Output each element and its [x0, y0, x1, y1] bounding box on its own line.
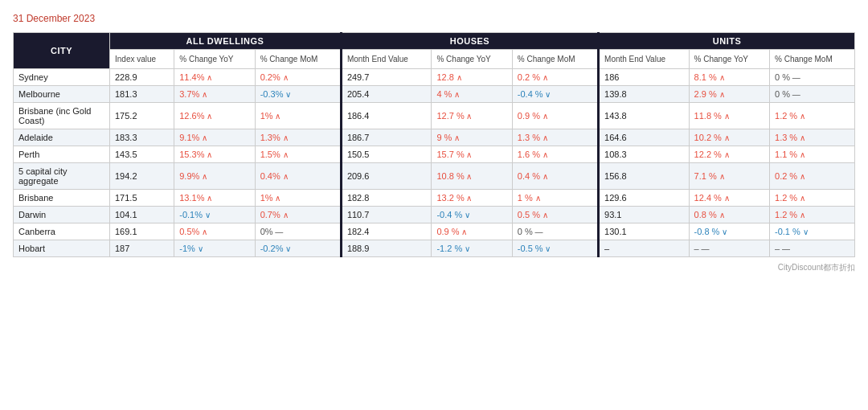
h-month-end-value: 209.6	[341, 163, 432, 190]
all-mom-value: 1.5% ∧	[255, 146, 341, 163]
all-mom-value: 0.7% ∧	[255, 207, 341, 223]
h-mom-subheader: % Change MoM	[512, 50, 598, 69]
h-mom-value: 0.2 % ∧	[512, 69, 598, 86]
u-mom-subheader: % Change MoM	[770, 50, 855, 69]
city-name: Brisbane (inc Gold Coast)	[14, 103, 110, 129]
all-yoy-value: 12.6% ∧	[174, 103, 255, 129]
u-mom-value: 1.3 % ∧	[770, 129, 855, 146]
u-mom-value: 1.2 % ∧	[770, 190, 855, 207]
h-yoy-value: -0.4 % ∨	[432, 207, 512, 223]
units-header: UNITS	[599, 33, 855, 50]
u-month-end-value: 130.1	[599, 223, 690, 240]
h-yoy-value: 10.8 % ∧	[432, 163, 512, 190]
u-mom-value: 1.2 % ∧	[770, 103, 855, 129]
table-row: Melbourne 181.3 3.7% ∧ -0.3% ∨ 205.4 4 %…	[14, 86, 855, 103]
all-index-subheader: Index value	[110, 50, 174, 69]
h-month-end-value: 150.5	[341, 146, 432, 163]
h-month-end-value: 188.9	[341, 240, 432, 257]
u-yoy-value: 12.2 % ∧	[689, 146, 769, 163]
table-row: Brisbane (inc Gold Coast) 175.2 12.6% ∧ …	[14, 103, 855, 129]
all-mom-value: 1.3% ∧	[255, 129, 341, 146]
city-name: Melbourne	[14, 86, 110, 103]
table-row: Perth 143.5 15.3% ∧ 1.5% ∧ 150.5 15.7 % …	[14, 146, 855, 163]
all-yoy-value: 0.5% ∧	[174, 223, 255, 240]
table-row: Brisbane 171.5 13.1% ∧ 1% ∧ 182.8 13.2 %…	[14, 190, 855, 207]
all-mom-value: 0.4% ∧	[255, 163, 341, 190]
all-yoy-value: 13.1% ∧	[174, 190, 255, 207]
city-name: 5 capital city aggregate	[14, 163, 110, 190]
h-yoy-value: 13.2 % ∧	[432, 190, 512, 207]
all-yoy-value: 9.1% ∧	[174, 129, 255, 146]
all-index-value: 183.3	[110, 129, 174, 146]
city-header: CITY	[14, 33, 110, 69]
u-mom-value: – —	[770, 240, 855, 257]
u-mom-value: 1.1 % ∧	[770, 146, 855, 163]
h-mom-value: 1 % ∧	[512, 190, 598, 207]
h-yoy-value: 0.9 % ∧	[432, 223, 512, 240]
table-row: Canberra 169.1 0.5% ∧ 0% — 182.4 0.9 % ∧…	[14, 223, 855, 240]
h-mom-value: 0 % —	[512, 223, 598, 240]
all-index-value: 181.3	[110, 86, 174, 103]
h-mom-value: -0.5 % ∨	[512, 240, 598, 257]
all-index-value: 175.2	[110, 103, 174, 129]
h-yoy-value: 15.7 % ∧	[432, 146, 512, 163]
h-yoy-value: -1.2 % ∨	[432, 240, 512, 257]
city-name: Sydney	[14, 69, 110, 86]
u-month-end-value: 156.8	[599, 163, 690, 190]
h-yoy-subheader: % Change YoY	[432, 50, 512, 69]
h-mom-value: 1.3 % ∧	[512, 129, 598, 146]
h-month-end-subheader: Month End Value	[341, 50, 432, 69]
u-mom-value: 0 % —	[770, 69, 855, 86]
all-yoy-value: -1% ∨	[174, 240, 255, 257]
all-mom-value: 0.2% ∧	[255, 69, 341, 86]
all-index-value: 104.1	[110, 207, 174, 223]
city-name: Brisbane	[14, 190, 110, 207]
u-month-end-value: 108.3	[599, 146, 690, 163]
h-month-end-value: 182.8	[341, 190, 432, 207]
all-yoy-value: 15.3% ∧	[174, 146, 255, 163]
all-mom-value: 1% ∧	[255, 103, 341, 129]
u-month-end-value: –	[599, 240, 690, 257]
all-yoy-subheader: % Change YoY	[174, 50, 255, 69]
all-dwellings-header: ALL DWELLINGS	[110, 33, 342, 50]
h-yoy-value: 12.7 % ∧	[432, 103, 512, 129]
u-mom-value: 0 % —	[770, 86, 855, 103]
all-mom-value: 1% ∧	[255, 190, 341, 207]
u-yoy-subheader: % Change YoY	[689, 50, 769, 69]
city-name: Hobart	[14, 240, 110, 257]
u-month-end-subheader: Month End Value	[599, 50, 690, 69]
u-month-end-value: 164.6	[599, 129, 690, 146]
all-index-value: 171.5	[110, 190, 174, 207]
h-yoy-value: 12.8 ∧	[432, 69, 512, 86]
u-yoy-value: 10.2 % ∧	[689, 129, 769, 146]
all-index-value: 169.1	[110, 223, 174, 240]
all-index-value: 194.2	[110, 163, 174, 190]
city-name: Perth	[14, 146, 110, 163]
h-mom-value: 0.9 % ∧	[512, 103, 598, 129]
city-name: Canberra	[14, 223, 110, 240]
all-index-value: 187	[110, 240, 174, 257]
u-yoy-value: – —	[689, 240, 769, 257]
property-table: CITY ALL DWELLINGS HOUSES UNITS Index va…	[13, 32, 855, 257]
u-mom-value: 1.2 % ∧	[770, 207, 855, 223]
all-mom-value: -0.2% ∨	[255, 240, 341, 257]
city-name: Darwin	[14, 207, 110, 223]
watermark: CityDiscount都市折扣	[13, 262, 855, 273]
u-month-end-value: 143.8	[599, 103, 690, 129]
h-mom-value: 0.5 % ∧	[512, 207, 598, 223]
u-yoy-value: -0.8 % ∨	[689, 223, 769, 240]
u-month-end-value: 139.8	[599, 86, 690, 103]
h-month-end-value: 110.7	[341, 207, 432, 223]
u-yoy-value: 11.8 % ∧	[689, 103, 769, 129]
all-yoy-value: 11.4% ∧	[174, 69, 255, 86]
u-yoy-value: 8.1 % ∧	[689, 69, 769, 86]
all-yoy-value: 3.7% ∧	[174, 86, 255, 103]
h-month-end-value: 182.4	[341, 223, 432, 240]
all-mom-value: 0% —	[255, 223, 341, 240]
table-row: Darwin 104.1 -0.1% ∨ 0.7% ∧ 110.7 -0.4 %…	[14, 207, 855, 223]
table-row: Sydney 228.9 11.4% ∧ 0.2% ∧ 249.7 12.8 ∧…	[14, 69, 855, 86]
all-yoy-value: 9.9% ∧	[174, 163, 255, 190]
u-yoy-value: 2.9 % ∧	[689, 86, 769, 103]
houses-header: HOUSES	[341, 33, 598, 50]
all-index-value: 143.5	[110, 146, 174, 163]
